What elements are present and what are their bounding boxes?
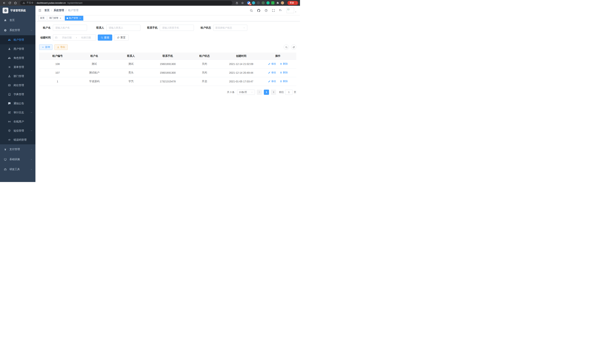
- fullscreen-icon[interactable]: [272, 9, 275, 12]
- pencil-icon: [268, 80, 271, 83]
- bookmark-star-button[interactable]: [240, 0, 245, 5]
- extension-icon-1[interactable]: 10: [247, 1, 250, 4]
- sidebar-item-label: 基础设施: [9, 158, 20, 161]
- sidebar-item-payment[interactable]: ¥ 支付管理: [0, 144, 36, 154]
- delete-link[interactable]: 删除: [280, 80, 288, 83]
- sidebar-item-dict[interactable]: 字典管理: [0, 90, 36, 99]
- next-page-button[interactable]: [271, 90, 276, 95]
- delete-link[interactable]: 删除: [280, 71, 288, 74]
- profile-avatar-icon[interactable]: [281, 1, 284, 4]
- home-icon: [4, 19, 7, 22]
- chevron-down-icon: [30, 159, 32, 160]
- search-button[interactable]: 搜索: [98, 35, 112, 41]
- edit-link[interactable]: 修改: [268, 62, 276, 65]
- create-time-label: 创建时间: [39, 36, 51, 39]
- extension-icon-3[interactable]: [257, 1, 260, 4]
- cell-contact: 芋艿: [112, 77, 149, 86]
- sidebar-item-user[interactable]: 用户管理: [0, 44, 36, 53]
- gear-icon: [4, 29, 7, 32]
- browser-update-button[interactable]: 更新: [287, 1, 298, 5]
- date-range-picker[interactable]: 开始日期 - 结束日期: [53, 35, 96, 41]
- extensions-puzzle-icon[interactable]: [276, 1, 279, 4]
- status-select[interactable]: 请选择租户状态: [213, 25, 247, 31]
- sidebar-toggle-button[interactable]: [36, 6, 44, 15]
- sidebar-item-menu[interactable]: 菜单管理: [0, 63, 36, 72]
- sidebar-item-system[interactable]: 系统管理: [0, 25, 36, 35]
- edit-link[interactable]: 修改: [268, 80, 276, 83]
- font-size-icon[interactable]: [279, 9, 282, 12]
- cell-created: 2021-12-14 21:02:09: [223, 60, 260, 68]
- sidebar-item-home[interactable]: 首页: [0, 15, 36, 25]
- refresh-table-button[interactable]: [291, 45, 296, 50]
- export-button[interactable]: 导出: [54, 44, 68, 50]
- sidebar-item-infra[interactable]: 基础设施: [0, 154, 36, 164]
- toggle-search-button[interactable]: [284, 45, 289, 50]
- prev-page-button[interactable]: [257, 90, 262, 95]
- navbar-actions: [250, 8, 300, 13]
- tab-dept[interactable]: 部门管理: [47, 16, 64, 21]
- goto-page-input[interactable]: [285, 90, 293, 95]
- page-number-1[interactable]: 1: [264, 90, 269, 95]
- sidebar-item-role[interactable]: 角色管理: [0, 53, 36, 63]
- extension-icon-6[interactable]: [271, 1, 274, 4]
- header-search-icon[interactable]: [250, 9, 253, 12]
- users-icon: [8, 38, 11, 41]
- sidebar-item-post[interactable]: 岗位管理: [0, 81, 36, 90]
- tenant-table: 租户编号 租户名 联系人 联系手机 租户状态 创建时间 操作 108 测试 测试: [39, 53, 296, 86]
- logo-row[interactable]: 芋道管理系统: [0, 6, 36, 15]
- download-icon: [57, 46, 59, 48]
- sidebar-item-label: 菜单管理: [14, 65, 24, 69]
- browser-menu-icon[interactable]: [295, 2, 297, 4]
- browser-back-button[interactable]: [2, 0, 7, 5]
- sidebar-item-online-user[interactable]: 在线用户: [0, 117, 36, 126]
- reset-button[interactable]: 重置: [114, 35, 129, 41]
- tenant-name-input[interactable]: [53, 25, 87, 31]
- extension-icon-5[interactable]: [266, 1, 270, 4]
- extension-icon-2[interactable]: [252, 1, 255, 4]
- table-row: 1 芋道源码 芋艿 17321315478 开启 2021-01-05 17:0…: [39, 77, 296, 86]
- address-bar[interactable]: 不安全 dashboard.yudao.iocoder.cn/system/te…: [20, 1, 232, 5]
- shield-icon: [8, 129, 11, 132]
- chevron-down-icon: [30, 130, 32, 132]
- sidebar-item-notice[interactable]: 通知公告: [0, 99, 36, 108]
- browser-reload-button[interactable]: [7, 0, 12, 5]
- sidebar-item-error-code[interactable]: 错误码管理: [0, 135, 36, 144]
- add-button[interactable]: 新增: [39, 44, 53, 50]
- sidebar-item-dept[interactable]: 部门管理: [0, 72, 36, 81]
- tab-tenant[interactable]: 租户管理: [65, 16, 83, 21]
- delete-link[interactable]: 删除: [280, 62, 288, 65]
- search-icon: [101, 36, 103, 39]
- edit-link[interactable]: 修改: [268, 71, 276, 74]
- close-icon[interactable]: [59, 17, 62, 19]
- cell-created: 2021-01-05 17:03:47: [223, 77, 260, 86]
- plus-icon: [42, 46, 44, 48]
- system-submenu: 租户管理 用户管理 角色管理 菜单管理 部门管理 岗位管理: [0, 35, 36, 144]
- close-icon[interactable]: [79, 17, 81, 19]
- github-icon[interactable]: [257, 9, 261, 12]
- breadcrumb-separator: /: [51, 9, 52, 12]
- page-size-value: 10条/页: [239, 91, 247, 94]
- contact-input[interactable]: [106, 25, 141, 31]
- caret-down-icon: [295, 11, 297, 13]
- pencil-icon: [268, 63, 271, 65]
- breadcrumb-system: 系统管理: [54, 9, 64, 12]
- phone-input[interactable]: [160, 25, 194, 31]
- breadcrumb-home[interactable]: 首页: [44, 9, 49, 12]
- extension-icon-4[interactable]: [262, 1, 265, 4]
- url-host: dashboard.yudao.iocoder.cn: [37, 2, 66, 4]
- browser-home-button[interactable]: [13, 0, 18, 5]
- not-secure-icon: [23, 2, 25, 4]
- sidebar-item-tenant[interactable]: 租户管理: [0, 35, 36, 44]
- user-avatar-menu[interactable]: [287, 8, 297, 13]
- cell-created: 2021-12-14 20:49:44: [223, 68, 260, 77]
- export-button-label: 导出: [60, 46, 65, 49]
- sidebar-item-devtools[interactable]: 研发工具: [0, 164, 36, 174]
- sidebar-item-sms[interactable]: 短信管理: [0, 126, 36, 135]
- sidebar-item-audit-log[interactable]: 审计日志: [0, 108, 36, 117]
- page-size-select[interactable]: 10条/页: [237, 90, 255, 95]
- share-button[interactable]: [234, 0, 239, 5]
- tab-label: 租户管理: [69, 17, 78, 20]
- tab-home[interactable]: 首页: [38, 16, 46, 21]
- help-icon[interactable]: [264, 9, 268, 12]
- filter-row-2: 创建时间 开始日期 - 结束日期 搜索 重置: [39, 35, 296, 41]
